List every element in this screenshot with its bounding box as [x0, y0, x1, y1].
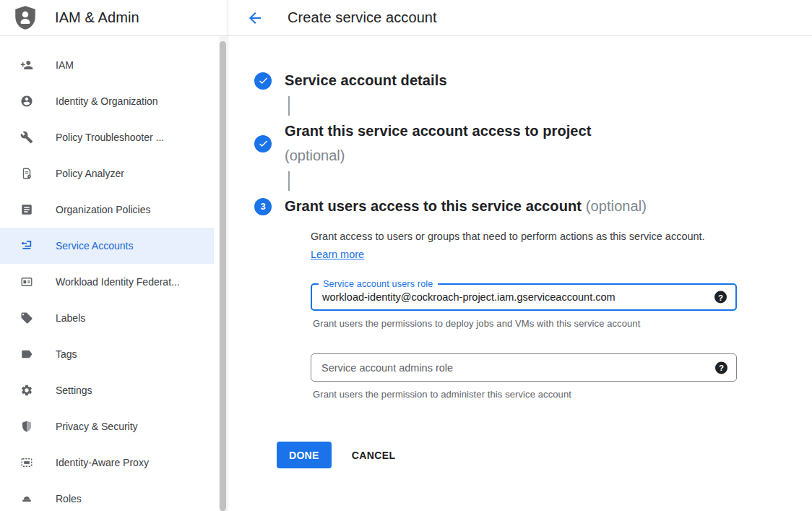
sidebar-nav: IAM Identity & Organization Policy Troub… [0, 36, 228, 511]
sidebar-item-workload-identity-federation[interactable]: Workload Identity Federat... [0, 264, 214, 300]
sidebar-item-privacy-security[interactable]: Privacy & Security [0, 408, 214, 445]
sidebar-item-labels[interactable]: Labels [0, 300, 214, 336]
sidebar-item-policy-analyzer[interactable]: Policy Analyzer [0, 155, 214, 192]
sidebar-item-roles[interactable]: Roles [0, 481, 214, 511]
step-connector [288, 171, 290, 191]
service-account-users-role-field: Service account users role ? [311, 283, 737, 311]
users-role-helper-text: Grant users the permissions to deploy jo… [313, 318, 737, 329]
sidebar-item-identity-aware-proxy[interactable]: Identity-Aware Proxy [0, 445, 214, 481]
sidebar-item-label: Privacy & Security [56, 421, 138, 432]
page-header: Create service account [228, 0, 812, 35]
main-content: Service account details Grant this servi… [228, 36, 812, 511]
service-account-admins-role-field: ? [311, 353, 737, 382]
tag-arrow-icon [20, 348, 33, 361]
step-3-title: Grant users access to this service accou… [285, 197, 647, 216]
gear-icon [20, 384, 33, 397]
create-service-account-stepper: Service account details Grant this servi… [228, 36, 812, 468]
step-1-title: Service account details [285, 71, 447, 90]
account-circle-icon [20, 95, 33, 108]
label-tag-icon [20, 312, 33, 325]
sidebar-item-identity-organization[interactable]: Identity & Organization [0, 83, 214, 119]
app-title: IAM & Admin [55, 9, 139, 26]
hat-icon [20, 492, 33, 505]
sidebar-item-label: Workload Identity Federat... [56, 276, 180, 288]
admins-role-input[interactable] [311, 362, 736, 374]
sidebar-item-label: Policy Troubleshooter ... [56, 132, 164, 143]
help-icon[interactable]: ? [715, 361, 727, 374]
sidebar-item-label: Identity-Aware Proxy [56, 457, 149, 468]
learn-more-link[interactable]: Learn more [311, 249, 364, 260]
shield-icon [20, 420, 33, 433]
step-3-grant-users-access: 3 Grant users access to this service acc… [254, 197, 812, 216]
sidebar-item-organization-policies[interactable]: Organization Policies [0, 192, 214, 228]
proxy-icon [20, 456, 33, 469]
admins-role-helper-text: Grant users the permission to administer… [313, 389, 737, 400]
cancel-button[interactable]: CANCEL [352, 450, 396, 461]
step-2-completed-check-icon [254, 135, 272, 153]
shield-person-icon [14, 6, 36, 30]
arrow-back-icon [246, 18, 264, 29]
sidebar-item-label: Settings [56, 385, 92, 396]
step-2-title: Grant this service account access to pro… [285, 121, 592, 141]
top-app-bar: IAM & Admin Create service account [0, 0, 812, 36]
sidebar-item-label: Roles [56, 493, 82, 504]
sidebar-item-label: Tags [56, 348, 77, 360]
sidebar-header: IAM & Admin [0, 0, 228, 35]
page-title: Create service account [288, 9, 437, 26]
sidebar-item-label: Identity & Organization [56, 95, 158, 107]
sidebar-item-settings[interactable]: Settings [0, 372, 214, 408]
sidebar-item-policy-troubleshooter[interactable]: Policy Troubleshooter ... [0, 119, 214, 155]
article-icon [20, 203, 33, 216]
sidebar-item-tags[interactable]: Tags [0, 336, 214, 372]
sidebar-item-iam[interactable]: IAM [0, 47, 214, 83]
users-role-floating-label: Service account users role [319, 278, 438, 291]
sidebar-item-label: Labels [56, 312, 85, 324]
sidebar-item-label: Policy Analyzer [56, 168, 124, 179]
sidebar-item-label: Organization Policies [56, 204, 151, 215]
form-actions: DONE CANCEL [277, 442, 812, 468]
sidebar: IAM Identity & Organization Policy Troub… [0, 36, 228, 511]
step-3-optional-label: (optional) [586, 198, 647, 214]
done-button[interactable]: DONE [277, 442, 332, 468]
step-1-service-account-details[interactable]: Service account details [254, 71, 812, 90]
step-2-optional-label: (optional) [285, 146, 592, 166]
wrench-icon [20, 131, 33, 144]
users-role-input[interactable] [312, 291, 735, 303]
identity-card-icon [20, 275, 33, 288]
back-button[interactable] [246, 9, 264, 27]
sidebar-item-label: Service Accounts [56, 240, 133, 252]
step-3-number-badge: 3 [254, 198, 272, 215]
step-1-completed-check-icon [254, 72, 272, 90]
sidebar-scrollbar-track [219, 36, 227, 511]
grant-users-form: Service account users role ? Grant users… [311, 283, 737, 400]
step-2-grant-access-to-project[interactable]: Grant this service account access to pro… [254, 121, 812, 166]
help-icon[interactable]: ? [714, 291, 727, 304]
service-account-key-icon [20, 239, 33, 252]
person-add-icon [20, 59, 33, 72]
step-3-description: Grant access to users or groups that nee… [311, 228, 707, 264]
sidebar-scrollbar-thumb[interactable] [220, 41, 226, 511]
sidebar-item-label: IAM [56, 59, 74, 71]
document-gear-icon [20, 167, 33, 180]
step-connector [288, 96, 290, 116]
sidebar-item-service-accounts[interactable]: Service Accounts [0, 228, 214, 264]
